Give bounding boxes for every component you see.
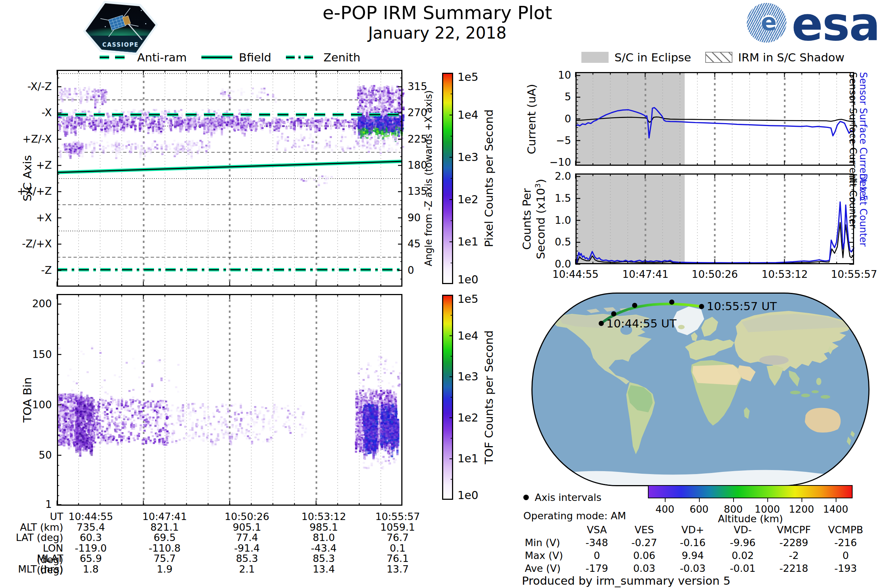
cell-value: 76.1 [387, 553, 409, 564]
cell-value: 69.5 [154, 532, 176, 543]
cell-value: 0.02 [717, 549, 768, 562]
pixel-colorbar-label: Pixel Counts per Second [482, 109, 495, 247]
cell-value: 1.9 [157, 563, 173, 575]
ephemeris-row-alt: ALT (km)735.4821.1905.1985.11059.1 [15, 522, 441, 532]
tick-label: 90 [408, 213, 421, 223]
altitude-tick [665, 498, 666, 502]
tick-label: 10:50:26 [692, 269, 738, 280]
cell-value: 10:55:57 [375, 511, 420, 522]
legend-label: S/C in Eclipse [615, 51, 691, 64]
tick-label: -X [42, 108, 52, 118]
voltage-row: Ave (V)-1790.03-0.03-0.01-2218-193 [525, 562, 872, 575]
tick-label: 1e4 [458, 330, 478, 341]
cell-value: 85.3 [313, 553, 335, 564]
altitude-tick [733, 498, 734, 502]
altitude-colorbar-label: Altitude (km) [718, 513, 783, 524]
footer-version: Produced by irm_summary version 5 [522, 574, 730, 587]
voltage-row: Max (V)00.069.940.02-20 [525, 549, 872, 562]
tick-label: 1.0 [555, 215, 571, 226]
counters-plot [576, 174, 854, 264]
tick-label: 1400 [823, 504, 848, 514]
tick-label: +Z/-X [22, 134, 52, 144]
orientation-legend: Anti-ramBfieldZenith [57, 51, 402, 64]
eclipse-legend: S/C in EclipseIRM in S/C Shadow [551, 51, 874, 64]
tick-label: 600 [689, 504, 708, 514]
hit-counter-label: Hit Counter [848, 174, 858, 228]
cell-value: 13.7 [387, 563, 409, 575]
detect-counter-label: Detect Counter [858, 174, 869, 247]
tick-label: 200 [32, 299, 52, 309]
track-start-label: 10:44:55 UT [606, 317, 677, 330]
tick-label: 150 [32, 350, 52, 360]
tick-label: 1e2 [458, 194, 478, 205]
sensor-surface-current-label: Sensor Surface Current [848, 72, 858, 183]
ephemeris-row-lat: LAT (deg)60.369.577.481.076.7 [15, 532, 441, 542]
voltage-col-header: VSA [573, 524, 620, 536]
tick-label: 1e3 [458, 371, 478, 382]
cell-value: 0 [573, 549, 620, 562]
cell-value: -0.01 [717, 562, 768, 575]
legend-item-anti-ram: Anti-ram [99, 51, 187, 64]
voltage-col-header [525, 524, 573, 536]
tof-colorbar-label: TOF Counts per Second [482, 330, 495, 465]
cell-value: -348 [573, 536, 620, 549]
toa-ylabel: TOA Bin [21, 377, 34, 422]
tick-label: 1.5 [555, 193, 571, 204]
cell-value: 10:53:12 [302, 511, 346, 522]
cell-value: 65.9 [80, 553, 102, 564]
hatch-swatch-icon [705, 52, 732, 63]
voltage-col-header: VES [620, 524, 668, 536]
esa-wordmark: esa [792, 0, 879, 51]
tick-label: 1000 [754, 504, 780, 514]
axis-interval-dot-icon [524, 495, 529, 500]
tick-label: 2.0 [555, 171, 571, 182]
altitude-tick [836, 498, 836, 502]
tick-label: 1e1 [458, 453, 478, 464]
tick-label: 1e5 [458, 294, 478, 304]
axis-intervals-label: Axis intervals [535, 492, 602, 503]
row-label: UT [15, 511, 63, 522]
tick-label: 1e4 [458, 110, 478, 120]
row-label: ALT (km) [15, 522, 63, 533]
sc-axis-ylabel: S/C Axis [21, 155, 34, 201]
altitude-colorbar [648, 485, 853, 498]
tick-label: −10 [549, 157, 571, 168]
tick-label: 1e0 [458, 274, 478, 285]
legend-label: Bfield [239, 51, 271, 64]
cell-value: -9.96 [717, 536, 768, 549]
page-title: e-POP IRM Summary Plot [228, 2, 647, 24]
altitude-tick [801, 498, 802, 502]
cell-value: 0 [819, 549, 872, 562]
voltage-col-header: VD- [717, 524, 768, 536]
cell-value: -2 [768, 549, 819, 562]
counters-ylabel: Counts Per Second (x103) [520, 179, 547, 260]
header: e-POP IRM Summary Plot January 22, 2018 [228, 2, 647, 42]
legend-label: IRM in S/C Shadow [738, 51, 844, 64]
axis-intervals-legend: Axis intervals [524, 492, 602, 503]
row-label: Max (V) [525, 549, 573, 562]
voltage-col-header: VCMPB [819, 524, 872, 536]
cell-value: 85.3 [236, 553, 258, 564]
ephemeris-row-lon: LON (deg)-119.0-110.8-91.4-43.40.1 [15, 542, 441, 553]
tick-label: 100 [32, 400, 52, 410]
cell-value: -0.03 [668, 562, 717, 575]
tick-label: 800 [724, 504, 743, 514]
tick-label: 5 [564, 92, 571, 102]
tick-label: 10 [558, 70, 571, 81]
page-date: January 22, 2018 [228, 24, 647, 42]
cassiope-mission-patch-icon: CASSIOPE [83, 1, 158, 55]
tick-label: 1e5 [458, 72, 478, 82]
cell-value: -193 [819, 562, 872, 575]
cell-value: 10:47:41 [142, 511, 187, 522]
tick-label: +Z [36, 160, 52, 171]
tick-label: 0.0 [555, 259, 571, 269]
patch-label: CASSIOPE [86, 42, 156, 48]
cell-value: -179 [573, 562, 620, 575]
legend-item-bfield: Bfield [201, 51, 271, 64]
tick-label: -X/-Z [27, 82, 52, 92]
cell-value: -91.4 [234, 542, 260, 554]
tick-label: 10:55:57 [831, 269, 877, 280]
cell-value: 1.8 [83, 563, 99, 575]
tick-label: -Z/+X [22, 239, 52, 249]
cell-value: -43.4 [311, 542, 337, 554]
